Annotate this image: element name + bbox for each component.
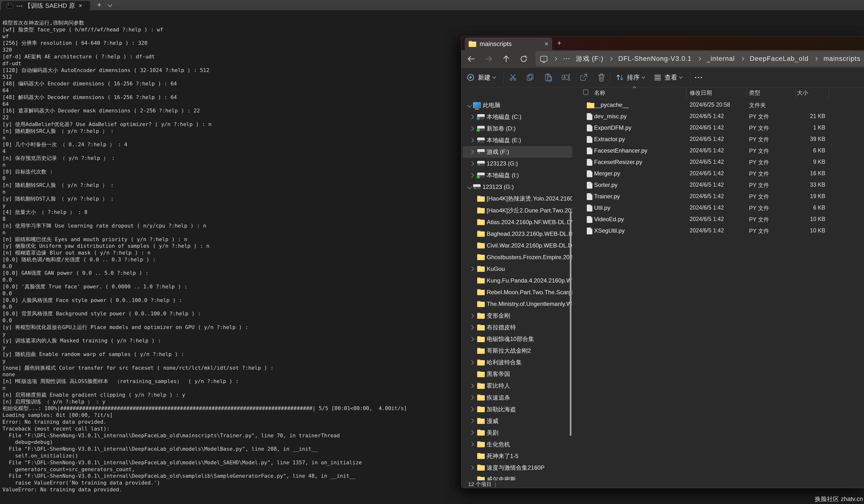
- chevron-right-icon[interactable]: [469, 161, 474, 166]
- forward-button[interactable]: [483, 53, 494, 65]
- sidebar-item[interactable]: 123123 (G:): [463, 158, 572, 169]
- sidebar-item[interactable]: 霍比特人: [463, 380, 572, 392]
- address-bar[interactable]: 游戏 (F:)DFL-ShenNong-V3.0.1_internalDeepF…: [536, 51, 864, 66]
- chevron-right-icon[interactable]: [469, 442, 474, 446]
- sidebar-item[interactable]: [Hao4K]沙丘2.Dune.Part.Two.2024.REPA: [463, 205, 572, 216]
- breadcrumb-item[interactable]: mainscripts: [823, 55, 860, 63]
- chevron-right-icon[interactable]: [469, 383, 474, 388]
- column-separator[interactable]: [829, 88, 829, 98]
- sidebar-item[interactable]: 漫威: [463, 415, 572, 427]
- sidebar-item[interactable]: 变形金刚: [463, 310, 572, 321]
- sidebar-item[interactable]: 123123 (G:): [463, 181, 572, 193]
- chevron-right-icon[interactable]: [469, 395, 474, 399]
- chevron-right-icon[interactable]: [469, 466, 474, 470]
- column-header-date[interactable]: 修改日期: [689, 89, 712, 97]
- sidebar-item[interactable]: 哈利波特合集: [463, 357, 572, 368]
- chevron-right-icon[interactable]: [469, 407, 474, 411]
- file-row[interactable]: Merger.py2024/6/5 1:42PY 文件16 KB: [574, 168, 864, 180]
- sidebar-item[interactable]: 本地磁盘 (I:): [463, 169, 572, 181]
- file-row[interactable]: Trainer.py2024/6/5 1:42PY 文件19 KB: [574, 191, 864, 202]
- terminal-tab[interactable]: C:\ --- 【训练 SAEHD 原 ×: [1, 1, 90, 10]
- file-row[interactable]: __pycache__2024/6/25 20:58文件夹: [574, 100, 864, 111]
- sidebar-item[interactable]: Atlas.2024.2160p.NF.WEB-DL.DV.HDR.E: [463, 216, 572, 228]
- sidebar-item[interactable]: Ghostbusters.Frozen.Empire.2024.HDR.: [463, 251, 572, 263]
- refresh-button[interactable]: [518, 53, 530, 65]
- sidebar-item[interactable]: 本地磁盘 (E:): [463, 134, 572, 146]
- file-row[interactable]: ExportDFM.py2024/6/5 1:42PY 文件1 KB: [574, 122, 864, 134]
- up-button[interactable]: [500, 53, 512, 65]
- file-row[interactable]: dev_misc.py2024/6/5 1:42PY 文件21 KB: [574, 111, 864, 122]
- sidebar-scrollbar[interactable]: [570, 212, 572, 436]
- file-row[interactable]: FacesetResizer.py2024/6/5 1:42PY 文件9 KB: [574, 157, 864, 168]
- breadcrumb-item[interactable]: DFL-ShenNong-V3.0.1: [618, 55, 692, 63]
- sort-button[interactable]: 排序: [616, 71, 645, 84]
- chevron-right-icon[interactable]: [469, 115, 474, 119]
- explorer-tab-close-icon[interactable]: ×: [545, 40, 548, 48]
- column-separator[interactable]: [795, 88, 796, 98]
- copy-button[interactable]: [525, 72, 536, 83]
- breadcrumb-item[interactable]: _internal: [707, 55, 735, 63]
- paste-button[interactable]: [543, 72, 554, 83]
- file-row[interactable]: FacesetEnhancer.py2024/6/5 1:42PY 文件6 KB: [574, 145, 864, 157]
- sidebar-item[interactable]: Kung.Fu.Panda.4.2024.2160p.WEB.h265: [463, 275, 572, 286]
- delete-button[interactable]: [596, 72, 607, 83]
- more-options-button[interactable]: [693, 72, 704, 83]
- column-separator[interactable]: [686, 88, 686, 98]
- file-row[interactable]: Sorter.py2024/6/5 1:42PY 文件33 KB: [574, 180, 864, 191]
- sidebar-item[interactable]: 此电脑: [463, 99, 572, 111]
- chevron-right-icon[interactable]: [469, 173, 474, 177]
- sidebar-item[interactable]: Rebel.Moon.Part.Two.The.Scargiver.202: [463, 286, 572, 298]
- file-row[interactable]: Util.py2024/6/5 1:42PY 文件6 KB: [574, 202, 864, 214]
- chevron-down-icon[interactable]: [467, 103, 471, 107]
- chevron-down-icon[interactable]: [467, 185, 471, 189]
- column-header-name[interactable]: 名称: [594, 89, 605, 97]
- sidebar-item[interactable]: 游戏 (F:): [463, 146, 572, 158]
- sidebar-item[interactable]: 黑客帝国: [463, 368, 572, 380]
- sidebar-item[interactable]: 死神来了1-5: [463, 450, 572, 462]
- sidebar-item[interactable]: 哥斯拉大战金刚2: [463, 345, 572, 357]
- terminal-tab-dropdown-icon[interactable]: [108, 2, 112, 7]
- view-button[interactable]: 查看: [654, 71, 682, 84]
- explorer-new-tab-button[interactable]: +: [554, 38, 564, 48]
- share-button[interactable]: [578, 72, 589, 83]
- terminal-new-tab-button[interactable]: +: [94, 0, 104, 10]
- new-button[interactable]: 新建: [467, 71, 495, 84]
- back-button[interactable]: [465, 53, 477, 65]
- sidebar-item[interactable]: KuGou: [463, 263, 572, 275]
- chevron-right-icon[interactable]: [469, 267, 474, 271]
- file-row[interactable]: XSegUtil.py2024/6/5 1:42PY 文件10 KB: [574, 225, 864, 237]
- sidebar-item[interactable]: 美剧: [463, 427, 572, 439]
- chevron-right-icon[interactable]: [469, 337, 474, 341]
- column-separator[interactable]: [746, 88, 746, 98]
- explorer-tab[interactable]: mainscripts ×: [465, 37, 552, 50]
- chevron-right-icon[interactable]: [469, 314, 474, 318]
- rename-button[interactable]: [560, 72, 572, 83]
- file-row[interactable]: Extractor.py2024/6/5 1:42PY 文件39 KB: [574, 134, 864, 145]
- breadcrumb-item[interactable]: DeepFaceLab_old: [750, 55, 809, 63]
- sidebar-item[interactable]: 生化危机: [463, 439, 572, 450]
- sidebar-item[interactable]: Baghead.2023.2160p.WEB-DL.DV.HDR.I: [463, 228, 572, 240]
- sidebar-item[interactable]: The.Ministry.of.Ungentlemanly.Warfare.: [463, 298, 572, 310]
- chevron-right-icon[interactable]: [469, 430, 474, 435]
- chevron-right-icon[interactable]: [469, 150, 474, 154]
- file-row[interactable]: VideoEd.py2024/6/5 1:42PY 文件10 KB: [574, 214, 864, 225]
- chevron-right-icon[interactable]: [469, 419, 474, 423]
- chevron-right-icon[interactable]: [469, 138, 474, 143]
- sidebar-item[interactable]: 速度与激情合集2160P: [463, 462, 572, 474]
- sidebar-item[interactable]: 本地磁盘 (C:): [463, 111, 572, 123]
- sidebar-item[interactable]: 布拉德皮特: [463, 321, 572, 333]
- sidebar-item[interactable]: Civil.War.2024.2160p.WEB-DL.DDP5.1.A: [463, 240, 572, 251]
- column-header-size[interactable]: 大小: [797, 89, 808, 97]
- chevron-right-icon[interactable]: [469, 360, 474, 365]
- cut-button[interactable]: [507, 72, 519, 83]
- chevron-right-icon[interactable]: [469, 325, 474, 330]
- breadcrumb-item[interactable]: 游戏 (F:): [576, 54, 603, 63]
- chevron-right-icon[interactable]: [469, 126, 474, 131]
- column-header-type[interactable]: 类型: [749, 89, 760, 97]
- sidebar-item[interactable]: 威尔史密斯: [463, 474, 572, 480]
- terminal-tab-close-icon[interactable]: ×: [79, 2, 82, 9]
- sidebar-item[interactable]: [Hao4K]热辣滚烫.Yolo.2024.2160p.HQ.W: [463, 193, 572, 205]
- breadcrumb-overflow[interactable]: [564, 58, 569, 59]
- sidebar-item[interactable]: 加勒比海盗: [463, 404, 572, 415]
- select-all-checkbox[interactable]: [583, 89, 588, 95]
